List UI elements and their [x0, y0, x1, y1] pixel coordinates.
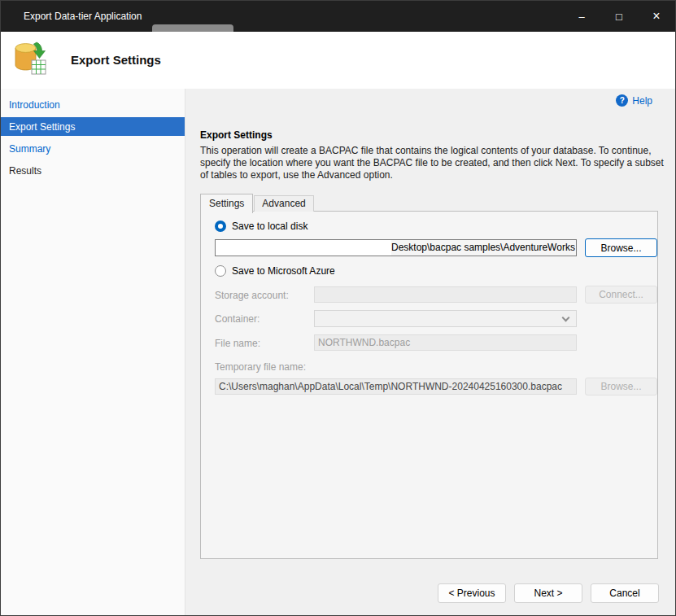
nav-item-introduction[interactable]: Introduction: [1, 94, 185, 116]
save-local-disk-label: Save to local disk: [232, 221, 307, 232]
storage-account-input: [314, 286, 577, 303]
nav-item-results: Results: [1, 159, 185, 181]
temp-file-name-input: C:\Users\maghan\AppData\Local\Temp\NORTH…: [215, 378, 577, 395]
save-azure-radio[interactable]: Save to Microsoft Azure: [215, 265, 335, 277]
settings-tab-panel: Save to local disk Desktop\bacpac sample…: [200, 211, 658, 559]
browse-temp-button: Browse...: [585, 378, 657, 395]
file-name-input: NORTHWND.bacpac: [314, 334, 577, 351]
wizard-step-title: Export Settings: [71, 53, 161, 67]
titlebar-artifact: [152, 24, 233, 32]
container-dropdown: [314, 310, 577, 327]
path-input-blank: [216, 240, 391, 256]
nav-item-export-settings[interactable]: Export Settings: [1, 117, 185, 136]
maximize-button[interactable]: □: [600, 1, 638, 32]
storage-account-label: Storage account:: [215, 290, 289, 301]
path-input-value: Desktop\bacpac samples\AdventureWorks: [391, 240, 576, 256]
export-data-tier-window: Export Data-tier Application – □ × Expor…: [0, 0, 676, 616]
radio-selected-icon: [215, 221, 226, 232]
next-button[interactable]: Next >: [514, 583, 582, 603]
wizard-footer: < Previous Next > Cancel: [438, 583, 659, 603]
page-description: This operation will create a BACPAC file…: [200, 145, 672, 181]
chevron-down-icon: [562, 313, 570, 321]
help-link[interactable]: ? Help: [616, 94, 652, 107]
window-controls: – □ ×: [563, 1, 675, 32]
connect-button: Connect...: [585, 286, 657, 304]
tab-advanced[interactable]: Advanced: [254, 195, 313, 212]
browse-local-button[interactable]: Browse...: [585, 238, 657, 257]
page-section-title: Export Settings: [200, 129, 273, 141]
tab-settings[interactable]: Settings: [200, 194, 253, 213]
help-icon: ?: [616, 94, 628, 107]
maximize-icon: □: [616, 11, 622, 22]
cancel-button[interactable]: Cancel: [591, 583, 659, 603]
close-icon: ×: [652, 10, 660, 23]
minimize-icon: –: [578, 11, 584, 22]
titlebar: Export Data-tier Application – □ ×: [1, 1, 675, 32]
minimize-button[interactable]: –: [563, 1, 600, 32]
temp-file-name-label: Temporary file name:: [215, 361, 306, 373]
window-title: Export Data-tier Application: [1, 11, 563, 22]
wizard-header: Export Settings: [1, 32, 675, 89]
file-name-label: File name:: [215, 338, 260, 349]
radio-unselected-icon: [215, 265, 226, 277]
save-azure-label: Save to Microsoft Azure: [232, 265, 335, 277]
main-content: ? Help Export Settings This operation wi…: [185, 89, 675, 615]
nav-item-summary[interactable]: Summary: [1, 138, 185, 159]
local-disk-path-input[interactable]: Desktop\bacpac samples\AdventureWorks: [215, 239, 577, 256]
tab-strip: Settings Advanced: [200, 194, 314, 213]
export-database-icon: [11, 40, 49, 81]
close-button[interactable]: ×: [638, 1, 675, 32]
save-local-disk-radio[interactable]: Save to local disk: [215, 221, 307, 232]
previous-button[interactable]: < Previous: [438, 583, 506, 603]
help-label: Help: [632, 95, 652, 107]
wizard-nav-sidebar: Introduction Export Settings Summary Res…: [1, 89, 185, 615]
container-label: Container:: [215, 313, 259, 325]
